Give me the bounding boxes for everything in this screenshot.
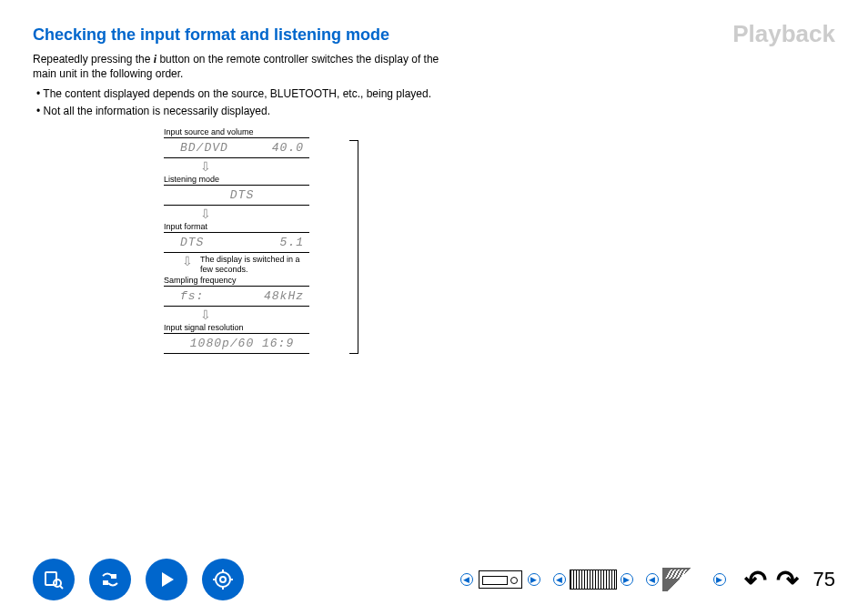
svg-point-6: [216, 572, 230, 587]
chevron-left-icon[interactable]: ◀: [460, 573, 473, 586]
remote-icon: [661, 566, 711, 593]
rear-panel-icon: [569, 566, 618, 593]
display-value: DTS: [180, 236, 204, 249]
svg-marker-5: [162, 572, 174, 587]
display-value: BD/DVD: [180, 141, 228, 155]
svg-line-2: [60, 586, 63, 589]
page-title: Checking the input format and listening …: [33, 25, 835, 45]
svg-rect-3: [111, 574, 116, 579]
display-row: DTS 5.1: [164, 232, 309, 253]
nav-device-views: ◀ ▶ ◀ ▶ ◀ ▶: [460, 566, 726, 593]
label-input-source: Input source and volume: [164, 127, 346, 136]
svg-point-7: [220, 577, 226, 582]
down-arrow-icon: ⇩: [182, 255, 193, 267]
notes-list: The content displayed depends on the sou…: [36, 86, 455, 117]
down-arrow-icon: ⇩: [200, 160, 211, 173]
page-controls: ↶ ↷ 75: [744, 564, 835, 596]
chevron-right-icon[interactable]: ▶: [621, 573, 633, 586]
bottom-nav: ◀ ▶ ◀ ▶ ◀ ▶ ↶ ↷ 75: [0, 559, 868, 600]
intro-before: Repeatedly pressing the: [33, 53, 154, 66]
remote-nav[interactable]: ◀ ▶: [646, 566, 726, 593]
display-value: 1080p/60 16:9: [190, 337, 294, 350]
label-sampling-freq: Sampling frequency: [164, 276, 346, 285]
down-arrow-icon: ⇩: [200, 207, 211, 220]
manual-search-icon[interactable]: [33, 559, 75, 600]
display-row: 1080p/60 16:9: [164, 333, 309, 354]
down-arrow-icon: ⇩: [200, 308, 211, 321]
display-sequence-diagram: Input source and volume BD/DVD 40.0 ⇩ Li…: [164, 127, 346, 355]
display-value: fs:: [180, 289, 204, 303]
connections-icon[interactable]: [89, 559, 131, 600]
svg-rect-0: [45, 572, 56, 585]
display-value: 48kHz: [264, 289, 304, 303]
front-panel-icon: [476, 566, 525, 593]
display-value: DTS: [230, 188, 254, 202]
svg-rect-4: [103, 580, 108, 585]
play-icon[interactable]: [146, 559, 187, 600]
forward-icon[interactable]: ↷: [776, 564, 799, 596]
nav-section-icons: [33, 559, 244, 600]
label-signal-res: Input signal resolution: [164, 323, 346, 332]
switch-note: The display is switched in a few seconds…: [200, 255, 309, 275]
chevron-left-icon[interactable]: ◀: [553, 573, 566, 586]
chevron-left-icon[interactable]: ◀: [646, 573, 659, 586]
intro-text: Repeatedly pressing the i button on the …: [33, 52, 451, 81]
front-panel-nav[interactable]: ◀ ▶: [460, 566, 540, 593]
section-watermark: Playback: [732, 20, 835, 48]
display-row: BD/DVD 40.0: [164, 137, 309, 158]
rear-panel-nav[interactable]: ◀ ▶: [553, 566, 633, 593]
display-value: 5.1: [280, 236, 304, 249]
chevron-right-icon[interactable]: ▶: [528, 573, 540, 586]
chevron-right-icon[interactable]: ▶: [713, 573, 726, 586]
list-item: The content displayed depends on the sou…: [36, 86, 455, 101]
label-input-format: Input format: [164, 222, 346, 231]
display-row: fs: 48kHz: [164, 286, 309, 307]
loop-bracket: [349, 140, 358, 355]
list-item: Not all the information is necessarily d…: [36, 104, 455, 118]
settings-icon[interactable]: [202, 559, 244, 600]
display-row: DTS: [164, 185, 309, 206]
label-listening-mode: Listening mode: [164, 175, 346, 184]
page-number: 75: [813, 568, 835, 591]
back-icon[interactable]: ↶: [744, 564, 767, 596]
display-value: 40.0: [272, 141, 304, 155]
